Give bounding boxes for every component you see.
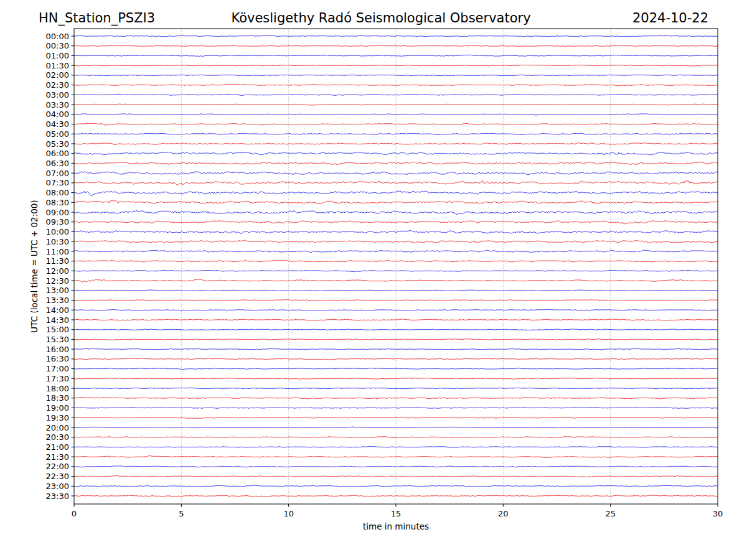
y-tick-label-19:00: 19:00 xyxy=(46,403,69,413)
y-tick-label-18:30: 18:30 xyxy=(46,393,69,403)
y-tick-label-02:30: 02:30 xyxy=(46,80,69,90)
y-tick-label-20:30: 20:30 xyxy=(46,432,69,442)
x-tick-label-15: 15 xyxy=(391,509,402,518)
y-tick-label-16:30: 16:30 xyxy=(46,354,69,363)
y-tick-label-10:00: 10:00 xyxy=(46,227,69,236)
trace-12:00 xyxy=(74,270,718,271)
seismogram-plot-area: 00:0000:3001:0001:3002:0002:3003:0003:30… xyxy=(0,0,747,560)
x-tick-label-0: 0 xyxy=(72,509,77,518)
y-tick-label-21:00: 21:00 xyxy=(46,442,69,452)
y-tick-label-13:00: 13:00 xyxy=(46,286,69,295)
trace-11:00 xyxy=(74,250,718,253)
y-tick-label-07:30: 07:30 xyxy=(46,178,69,187)
y-tick-label-13:30: 13:30 xyxy=(46,296,69,305)
trace-21:00 xyxy=(74,446,718,447)
y-tick-label-20:00: 20:00 xyxy=(46,423,69,432)
y-tick-label-23:30: 23:30 xyxy=(46,492,69,501)
y-tick-label-12:30: 12:30 xyxy=(46,276,69,286)
y-tick-label-22:00: 22:00 xyxy=(46,462,69,471)
y-tick-label-04:00: 04:00 xyxy=(46,110,69,119)
y-tick-label-04:30: 04:30 xyxy=(46,119,69,129)
trace-16:00 xyxy=(74,348,718,350)
trace-13:00 xyxy=(74,290,718,291)
trace-10:00 xyxy=(74,230,718,233)
y-tick-label-08:00: 08:00 xyxy=(46,188,69,197)
x-tick-label-5: 5 xyxy=(179,509,184,518)
y-tick-label-00:00: 00:00 xyxy=(46,32,69,41)
y-tick-label-12:00: 12:00 xyxy=(46,266,69,276)
trace-03:00 xyxy=(74,94,718,95)
trace-10:30 xyxy=(74,240,718,243)
y-tick-label-01:30: 01:30 xyxy=(46,61,69,70)
trace-19:30 xyxy=(74,417,718,418)
y-tick-label-18:00: 18:00 xyxy=(46,384,69,393)
trace-18:00 xyxy=(74,388,718,389)
trace-20:00 xyxy=(74,427,718,428)
trace-00:30 xyxy=(74,45,718,47)
y-tick-label-23:00: 23:00 xyxy=(46,482,69,491)
y-tick-label-21:30: 21:30 xyxy=(46,452,69,462)
y-tick-label-08:30: 08:30 xyxy=(46,198,69,207)
y-tick-label-09:00: 09:00 xyxy=(46,208,69,217)
trace-23:30 xyxy=(74,495,718,497)
y-tick-label-11:30: 11:30 xyxy=(46,256,69,266)
y-tick-label-17:30: 17:30 xyxy=(46,374,69,383)
y-tick-label-14:00: 14:00 xyxy=(46,306,69,315)
x-tick-label-25: 25 xyxy=(605,509,616,518)
y-tick-label-15:30: 15:30 xyxy=(46,335,69,344)
y-tick-label-02:00: 02:00 xyxy=(46,70,69,80)
y-tick-label-15:00: 15:00 xyxy=(46,325,69,334)
y-tick-label-14:30: 14:30 xyxy=(46,315,69,325)
y-tick-label-09:30: 09:30 xyxy=(46,217,69,226)
y-tick-label-03:00: 03:00 xyxy=(46,90,69,100)
trace-01:30 xyxy=(74,65,718,66)
trace-16:30 xyxy=(74,358,718,360)
y-tick-label-17:00: 17:00 xyxy=(46,364,69,373)
y-tick-label-06:00: 06:00 xyxy=(46,149,69,158)
y-tick-label-16:00: 16:00 xyxy=(46,345,69,354)
trace-15:30 xyxy=(74,339,718,340)
y-tick-label-22:30: 22:30 xyxy=(46,472,69,481)
y-tick-label-06:30: 06:30 xyxy=(46,159,69,168)
trace-14:00 xyxy=(74,309,718,310)
y-tick-label-00:30: 00:30 xyxy=(46,41,69,50)
trace-02:00 xyxy=(74,75,718,76)
trace-06:30 xyxy=(74,162,718,165)
y-tick-label-05:30: 05:30 xyxy=(46,139,69,149)
y-tick-label-07:00: 07:00 xyxy=(46,169,69,178)
y-tick-label-05:00: 05:00 xyxy=(46,129,69,139)
x-tick-label-10: 10 xyxy=(283,509,294,518)
y-tick-label-10:30: 10:30 xyxy=(46,237,69,246)
y-tick-label-11:00: 11:00 xyxy=(46,247,69,256)
helicorder-figure: HN_Station_PSZI3 Kövesligethy Radó Seism… xyxy=(0,0,747,560)
y-tick-label-01:00: 01:00 xyxy=(46,51,69,60)
x-tick-label-20: 20 xyxy=(498,509,509,518)
x-tick-label-30: 30 xyxy=(713,509,723,518)
y-tick-label-19:30: 19:30 xyxy=(46,413,69,422)
trace-22:00 xyxy=(74,466,718,467)
y-tick-label-03:30: 03:30 xyxy=(46,100,69,110)
trace-21:30 xyxy=(74,455,718,457)
